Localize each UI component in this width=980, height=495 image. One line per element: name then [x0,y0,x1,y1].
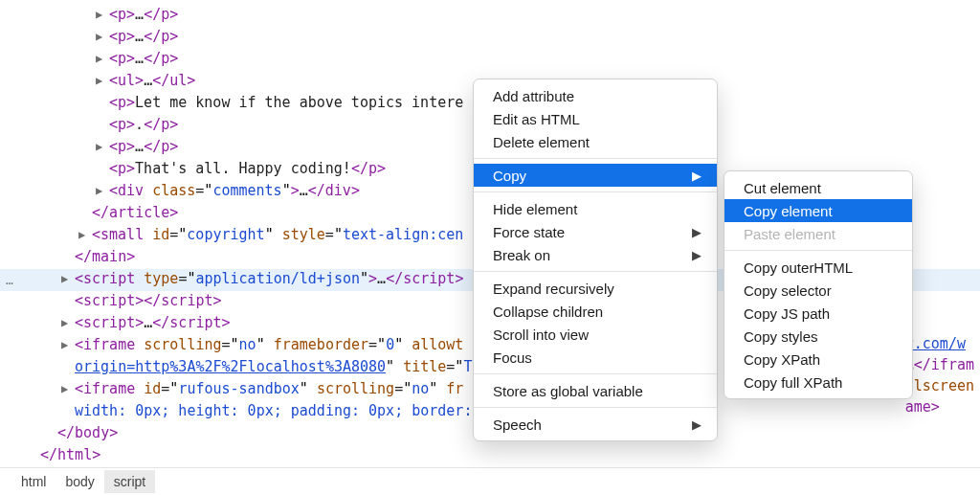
expand-caret-icon[interactable]: ▶ [96,48,105,69]
no-caret [78,202,88,223]
submenu-cut-element[interactable]: Cut element [724,176,912,199]
no-caret [44,422,54,443]
expand-caret-icon[interactable]: ▶ [96,70,105,91]
expand-caret-icon[interactable]: ▶ [96,26,105,47]
submenu-copy-js-path[interactable]: Copy JS path [724,302,912,325]
breadcrumb[interactable]: html body script [0,467,980,495]
expand-caret-icon[interactable]: ▶ [96,4,105,25]
no-caret [27,444,36,465]
menu-break-on[interactable]: Break on▶ [474,243,717,266]
expand-caret-icon[interactable]: ▶ [78,224,88,245]
dom-node: ▶<p>…</p> [0,48,980,70]
menu-separator [474,373,717,374]
menu-separator [474,271,717,272]
menu-force-state[interactable]: Force state▶ [474,220,717,243]
menu-delete-element[interactable]: Delete element [474,130,717,153]
expand-caret-icon[interactable]: ▶ [61,334,71,355]
breadcrumb-script[interactable]: script [104,470,155,493]
menu-focus[interactable]: Focus [474,346,717,369]
no-caret [96,158,105,179]
no-caret [96,114,105,135]
submenu-copy-selector[interactable]: Copy selector [724,279,912,302]
submenu-copy-outerhtml[interactable]: Copy outerHTML [724,256,912,279]
expand-caret-icon[interactable]: ▶ [96,180,105,201]
menu-separator [724,250,912,251]
menu-separator [474,407,717,408]
expand-caret-icon[interactable]: ▶ [61,268,71,289]
context-submenu-copy[interactable]: Cut element Copy element Paste element C… [724,170,913,399]
submenu-copy-xpath[interactable]: Copy XPath [724,348,912,371]
submenu-copy-styles[interactable]: Copy styles [724,325,912,348]
chevron-right-icon: ▶ [692,248,702,262]
menu-store-as-global[interactable]: Store as global variable [474,379,717,402]
menu-speech[interactable]: Speech▶ [474,413,717,436]
menu-separator [474,191,717,192]
dom-node: </html> [0,444,980,466]
cutoff-fragments: r.com/w …</ifram llscreen ame> [905,333,974,417]
no-caret [61,246,71,267]
menu-scroll-into-view[interactable]: Scroll into view [474,323,717,346]
no-caret [61,356,71,377]
no-caret [61,400,71,421]
no-caret [61,290,71,311]
breadcrumb-body[interactable]: body [56,470,103,493]
menu-copy[interactable]: Copy▶ [474,164,717,187]
dom-node: ▶<p>…</p> [0,26,980,48]
submenu-copy-full-xpath[interactable]: Copy full XPath [724,371,912,394]
no-caret [96,92,105,113]
menu-hide-element[interactable]: Hide element [474,197,717,220]
menu-separator [474,158,717,159]
expand-caret-icon[interactable]: ▶ [61,312,71,333]
chevron-right-icon: ▶ [692,417,702,432]
menu-edit-as-html[interactable]: Edit as HTML [474,107,717,130]
submenu-copy-element[interactable]: Copy element [724,199,912,222]
expand-caret-icon[interactable]: ▶ [61,378,71,399]
gutter-ellipsis: … [6,269,13,291]
dom-node: ▶<p>…</p> [0,4,980,26]
chevron-right-icon: ▶ [692,225,702,239]
submenu-paste-element: Paste element [724,222,912,245]
menu-add-attribute[interactable]: Add attribute [474,84,717,107]
menu-expand-recursively[interactable]: Expand recursively [474,277,717,300]
chevron-right-icon: ▶ [692,169,702,183]
context-menu[interactable]: Add attribute Edit as HTML Delete elemen… [473,79,718,441]
breadcrumb-html[interactable]: html [11,470,56,493]
menu-collapse-children[interactable]: Collapse children [474,300,717,323]
devtools-elements-panel: … ▶<p>…</p> ▶<p>…</p> ▶<p>…</p> ▶<ul>…</… [0,0,980,495]
expand-caret-icon[interactable]: ▶ [96,136,105,157]
